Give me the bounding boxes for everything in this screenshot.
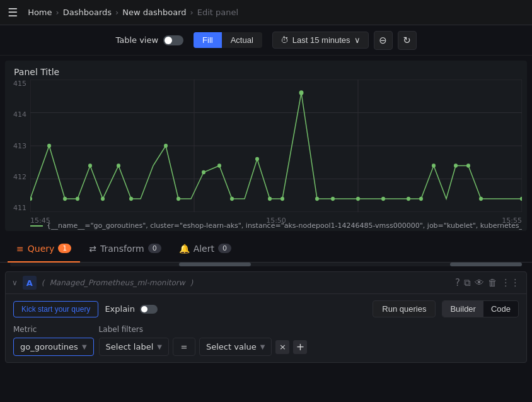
query-tab-label: Query <box>28 244 55 254</box>
svg-point-30 <box>407 197 410 201</box>
label-filters-label: Label filters <box>99 325 308 334</box>
metric-col: Metric go_goroutines ▼ <box>13 325 94 356</box>
alert-tab-badge: 0 <box>218 244 231 253</box>
svg-point-19 <box>202 170 205 174</box>
query-ds-close: ) <box>190 278 194 287</box>
fill-button[interactable]: Fill <box>194 32 222 48</box>
metric-filter-group: Metric go_goroutines ▼ Label filters Sel… <box>13 325 519 356</box>
filter-op: = <box>181 342 188 352</box>
svg-point-29 <box>381 197 385 201</box>
filter-value-select[interactable]: Select value ▼ <box>199 338 272 356</box>
y-label-3: 412 <box>13 173 26 181</box>
svg-point-9 <box>30 197 32 201</box>
svg-point-12 <box>76 197 79 201</box>
legend-line <box>30 225 43 227</box>
y-axis: 415 414 413 412 411 <box>5 80 30 212</box>
query-body-top: Kick start your query Explain Run querie… <box>13 300 519 317</box>
scroll-thumb-right[interactable] <box>450 263 522 266</box>
svg-point-24 <box>280 197 284 201</box>
svg-point-36 <box>520 197 522 201</box>
breadcrumb-sep-1: › <box>56 8 59 17</box>
more-icon[interactable]: ⋮⋮ <box>501 277 520 288</box>
breadcrumb-dashboards[interactable]: Dashboards <box>63 8 112 17</box>
svg-point-11 <box>63 197 67 201</box>
filter-value-placeholder: Select value <box>206 342 257 352</box>
svg-point-26 <box>315 197 319 201</box>
svg-point-35 <box>479 197 483 201</box>
tab-transform[interactable]: ⇄ Transform 0 <box>80 236 170 263</box>
svg-point-15 <box>117 163 120 167</box>
tab-query[interactable]: ≡ Query 1 <box>8 236 80 263</box>
transform-tab-icon: ⇄ <box>89 244 96 254</box>
explain-label: Explain <box>105 304 135 314</box>
filter-label-arrow: ▼ <box>157 343 162 350</box>
breadcrumb-home[interactable]: Home <box>28 8 52 17</box>
tab-alert[interactable]: 🔔 Alert 0 <box>170 236 240 263</box>
svg-point-14 <box>101 197 105 201</box>
metric-select[interactable]: go_goroutines ▼ <box>13 338 94 356</box>
query-datasource-name: ( <box>42 278 45 287</box>
alert-tab-label: Alert <box>194 244 214 254</box>
builder-button[interactable]: Builder <box>442 301 483 317</box>
zoom-out-button[interactable]: ⊖ <box>374 31 393 50</box>
filter-value-arrow: ▼ <box>260 343 265 350</box>
metric-select-arrow: ▼ <box>82 343 87 350</box>
toolbar: Table view Fill Actual ⏱ Last 15 minutes… <box>0 25 532 56</box>
menu-icon[interactable]: ☰ <box>8 6 18 19</box>
svg-point-28 <box>356 197 360 201</box>
explain-toggle[interactable] <box>140 305 158 314</box>
svg-point-22 <box>255 157 259 161</box>
run-queries-button[interactable]: Run queries <box>373 300 436 317</box>
breadcrumb-edit-panel: Edit panel <box>197 8 238 17</box>
alert-tab-icon: 🔔 <box>179 244 190 254</box>
svg-point-20 <box>217 163 221 167</box>
filter-label-select[interactable]: Select label ▼ <box>99 338 169 356</box>
query-collapse-icon[interactable]: ∨ <box>12 278 18 287</box>
refresh-button[interactable]: ↻ <box>398 31 417 50</box>
explain-group: Explain <box>105 304 158 314</box>
chart-panel: Panel Title 415 414 413 412 411 <box>5 61 527 231</box>
copy-icon[interactable]: ⧉ <box>464 277 471 288</box>
query-item-body: Kick start your query Explain Run querie… <box>6 294 526 362</box>
scroll-area <box>10 263 522 266</box>
transform-tab-label: Transform <box>100 244 144 254</box>
chart-svg <box>30 80 522 212</box>
table-view-switch[interactable] <box>163 35 183 45</box>
scroll-thumb[interactable] <box>179 263 251 266</box>
query-item-a: ∨ A ( Managed_Prometheus_ml-monitorw ) ?… <box>5 271 527 363</box>
panel-title: Panel Title <box>14 67 59 77</box>
add-filter-button[interactable]: + <box>293 340 307 354</box>
svg-point-32 <box>432 163 436 167</box>
chart-legend: {__name__="go_goroutines", cluster="esho… <box>30 222 522 230</box>
code-button[interactable]: Code <box>483 301 518 317</box>
fill-actual-group: Fill Actual <box>194 32 262 48</box>
label-filters-row: Select label ▼ = Select value ▼ × + <box>99 338 308 356</box>
query-panel: ∨ A ( Managed_Prometheus_ml-monitorw ) ?… <box>0 263 532 368</box>
query-letter: A <box>23 276 37 290</box>
table-view-toggle: Table view <box>115 35 183 45</box>
breadcrumb-new-dashboard[interactable]: New dashboard <box>122 8 186 17</box>
breadcrumb-sep-3: › <box>190 8 194 17</box>
query-tabs: ≡ Query 1 ⇄ Transform 0 🔔 Alert 0 <box>0 236 532 263</box>
legend-text: {__name__="go_goroutines", cluster="esho… <box>47 222 522 230</box>
trash-icon[interactable]: 🗑 <box>488 277 497 288</box>
svg-point-27 <box>331 197 335 201</box>
clear-filter-button[interactable]: × <box>275 340 289 354</box>
eye-icon[interactable]: 👁 <box>475 277 484 288</box>
time-icon: ⏱ <box>280 35 289 45</box>
svg-point-31 <box>419 197 423 201</box>
svg-point-21 <box>230 197 234 201</box>
time-range-button[interactable]: ⏱ Last 15 minutes ∨ <box>272 32 369 49</box>
y-label-4: 411 <box>13 204 26 212</box>
help-icon[interactable]: ? <box>455 277 460 288</box>
svg-point-16 <box>129 197 133 201</box>
time-label: Last 15 minutes <box>292 35 350 45</box>
topbar: ☰ Home › Dashboards › New dashboard › Ed… <box>0 0 532 25</box>
breadcrumb: Home › Dashboards › New dashboard › Edit… <box>28 8 238 17</box>
kickstart-button[interactable]: Kick start your query <box>13 301 98 317</box>
chart-area <box>30 80 522 212</box>
svg-point-13 <box>88 163 92 167</box>
filter-op-select[interactable]: = <box>173 338 195 356</box>
builder-code-group: Builder Code <box>442 300 519 317</box>
actual-button[interactable]: Actual <box>222 32 262 48</box>
